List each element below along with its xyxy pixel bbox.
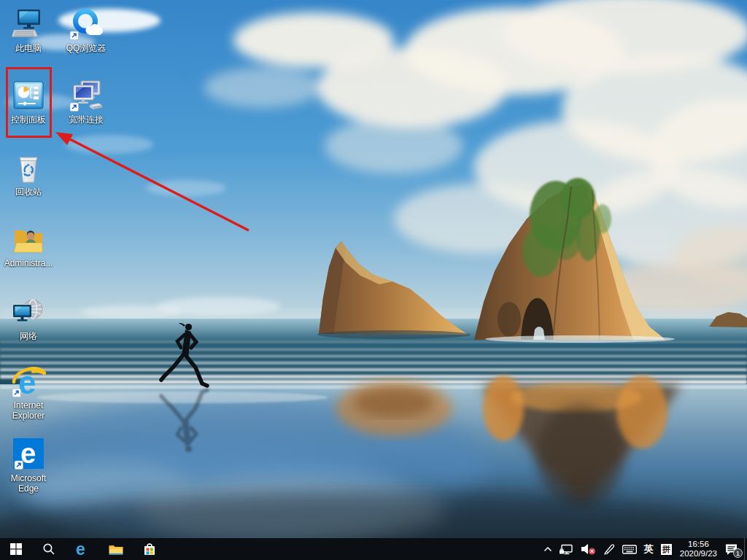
desktop-icon-label: 回收站 bbox=[15, 187, 42, 197]
broadband-connection-icon bbox=[69, 77, 104, 112]
clock-date: 2020/9/23 bbox=[680, 549, 717, 559]
ime-language-label: 英 bbox=[644, 542, 654, 556]
search-icon bbox=[42, 542, 55, 556]
taskbar: e bbox=[0, 538, 747, 560]
show-desktop-button[interactable] bbox=[744, 538, 747, 560]
desktop-icon-label: 网络 bbox=[20, 331, 37, 341]
taskbar-edge-button[interactable]: e bbox=[66, 538, 99, 560]
this-pc-icon bbox=[11, 6, 46, 41]
tray-pen-button[interactable] bbox=[600, 538, 619, 560]
desktop-icon-recycle-bin[interactable]: 回收站 bbox=[1, 148, 56, 197]
desktop-icon-label: 宽带连接 bbox=[69, 114, 104, 125]
desktop-icon-label: QQ浏览器 bbox=[66, 43, 107, 53]
tray-volume-button[interactable] bbox=[577, 538, 600, 560]
taskbar-file-explorer-button[interactable] bbox=[99, 538, 133, 560]
edge-icon: e bbox=[74, 540, 91, 558]
internet-explorer-icon: e bbox=[11, 363, 46, 398]
volume-muted-icon bbox=[581, 543, 596, 555]
desktop-icon-label: Administra... bbox=[4, 258, 53, 268]
desktop-icon-network[interactable]: 网络 bbox=[1, 292, 56, 341]
tray-hidden-icons-button[interactable] bbox=[540, 538, 556, 560]
start-button[interactable] bbox=[0, 538, 32, 560]
chevron-up-icon bbox=[543, 546, 552, 553]
network-icon bbox=[11, 294, 46, 329]
microsoft-edge-icon: e bbox=[11, 436, 46, 471]
ime-language-indicator[interactable]: 英 bbox=[640, 538, 657, 560]
ime-mode-indicator[interactable]: 拼 bbox=[657, 538, 676, 560]
desktop-icon-label: Internet Explorer bbox=[1, 400, 56, 421]
taskbar-store-button[interactable] bbox=[133, 538, 166, 560]
desktop-icon-label: 此电脑 bbox=[15, 43, 42, 53]
desktop-icon-admin-folder[interactable]: Administra... bbox=[1, 219, 56, 268]
clock-time: 16:56 bbox=[680, 540, 717, 549]
qq-browser-icon bbox=[69, 6, 104, 41]
microsoft-store-icon bbox=[143, 542, 156, 556]
wired-network-icon bbox=[560, 544, 573, 555]
notification-badge: 1 bbox=[733, 548, 743, 558]
search-button[interactable] bbox=[32, 538, 66, 560]
taskbar-left: e bbox=[0, 538, 166, 560]
file-explorer-icon bbox=[109, 543, 123, 556]
annotation-highlight-box bbox=[6, 67, 52, 138]
action-center-button[interactable]: 1 bbox=[721, 538, 744, 560]
desktop-icon-internet-explorer[interactable]: e Internet Explorer bbox=[1, 362, 56, 421]
tray-touch-keyboard-button[interactable] bbox=[619, 538, 640, 560]
taskbar-tray: 英 拼 16:56 2020/9/23 1 bbox=[540, 538, 747, 560]
desktop: 此电脑 QQ浏览器 bbox=[0, 0, 747, 560]
desktop-icon-label: Microsoft Edge bbox=[1, 473, 56, 494]
tray-network-button[interactable] bbox=[556, 538, 577, 560]
svg-text:e: e bbox=[76, 540, 85, 558]
desktop-icon-qq-browser[interactable]: QQ浏览器 bbox=[58, 4, 114, 53]
user-folder-icon bbox=[11, 221, 46, 256]
ime-mode-label: 拼 bbox=[661, 544, 672, 555]
pen-icon bbox=[603, 543, 615, 555]
desktop-icon-this-pc[interactable]: 此电脑 bbox=[1, 4, 56, 53]
desktop-icon-broadband[interactable]: 宽带连接 bbox=[58, 76, 114, 125]
windows-logo-icon bbox=[10, 543, 22, 555]
keyboard-icon bbox=[622, 544, 637, 555]
recycle-bin-icon bbox=[11, 149, 46, 184]
taskbar-clock[interactable]: 16:56 2020/9/23 bbox=[676, 538, 721, 560]
desktop-icon-microsoft-edge[interactable]: e Microsoft Edge bbox=[1, 435, 56, 494]
